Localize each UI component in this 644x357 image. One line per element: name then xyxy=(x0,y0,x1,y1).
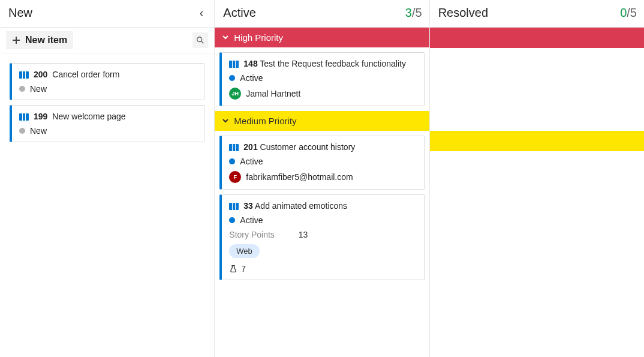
column-header-resolved: Resolved 0/5 xyxy=(430,0,644,28)
swimlane-high-resolved xyxy=(430,28,644,48)
work-item-title: Cancel order form xyxy=(52,70,119,79)
wip-count-active: 3/5 xyxy=(405,6,422,20)
state-dot-icon xyxy=(19,86,25,92)
story-points-field: Story Points 13 xyxy=(229,230,416,239)
work-item-card[interactable]: 33 Add animated emoticons Active Story P… xyxy=(219,194,424,280)
swimlane-medium-resolved xyxy=(430,131,644,151)
swimlane-header-medium[interactable] xyxy=(430,131,644,151)
work-item-type-icon xyxy=(19,71,29,79)
field-label: Story Points xyxy=(229,230,274,239)
work-item-title: Add animated emoticons xyxy=(255,201,347,211)
swimlane-header-high[interactable] xyxy=(430,28,644,48)
state-dot-icon xyxy=(19,128,25,134)
work-item-title: New welcome page xyxy=(52,112,125,121)
swimlane-medium: Medium Priority 201 Customer account his… xyxy=(215,111,429,285)
work-item-card[interactable]: 201 Customer account history Active F fa… xyxy=(219,136,424,190)
plus-icon xyxy=(12,36,20,44)
work-item-type-icon xyxy=(229,203,239,210)
tag-chip[interactable]: Web xyxy=(229,244,260,258)
column-header-active: Active 3/5 xyxy=(215,0,429,28)
swimlane-label: Medium Priority xyxy=(234,116,296,126)
work-item-id: 200 xyxy=(34,70,47,79)
avatar: F xyxy=(229,171,241,183)
work-item-state: Active xyxy=(240,215,263,225)
work-item-type-icon xyxy=(229,144,239,151)
new-item-label: New item xyxy=(25,35,67,46)
test-summary: 7 xyxy=(229,264,416,274)
work-item-id: 201 xyxy=(243,142,257,152)
avatar: JH xyxy=(229,88,241,100)
work-item-title: Customer account history xyxy=(260,142,356,152)
column-title-active: Active xyxy=(223,6,255,20)
field-value: 13 xyxy=(299,230,308,239)
search-icon xyxy=(196,36,204,44)
svg-point-0 xyxy=(197,37,202,42)
column-resolved: Resolved 0/5 xyxy=(430,0,644,357)
new-cards-area: 200 Cancel order form New 199 New welcom… xyxy=(0,53,214,152)
test-count: 7 xyxy=(241,264,246,274)
work-item-type-icon xyxy=(19,113,29,121)
state-dot-icon xyxy=(229,158,235,164)
chevron-down-icon xyxy=(222,32,229,43)
svg-line-1 xyxy=(201,41,204,44)
work-item-state: Active xyxy=(240,157,263,166)
search-button[interactable] xyxy=(192,32,208,48)
column-title-new: New xyxy=(8,6,32,20)
work-item-state: New xyxy=(30,126,47,136)
wip-count-resolved: 0/5 xyxy=(620,6,637,20)
assignee-name: fabrikamfiber5@hotmail.com xyxy=(246,172,353,182)
swimlane-label: High Priority xyxy=(234,32,283,43)
column-active: Active 3/5 High Priority 148 Test the Re… xyxy=(215,0,429,357)
work-item-id: 148 xyxy=(243,59,257,68)
column-header-new: New ‹ xyxy=(0,0,214,28)
work-item-id: 199 xyxy=(34,112,47,121)
column-new: New ‹ New item 200 Cancel order for xyxy=(0,0,215,357)
work-item-card[interactable]: 200 Cancel order form New xyxy=(10,63,204,100)
column-title-resolved: Resolved xyxy=(438,6,488,20)
new-column-toolbar: New item xyxy=(0,28,214,53)
work-item-type-icon xyxy=(229,61,239,68)
work-item-id: 33 xyxy=(243,201,253,211)
work-item-state: New xyxy=(30,84,47,94)
chevron-down-icon xyxy=(222,116,229,126)
kanban-board: New ‹ New item 200 Cancel order for xyxy=(0,0,644,357)
new-item-button[interactable]: New item xyxy=(6,31,73,49)
swimlane-header-high[interactable]: High Priority xyxy=(215,28,429,47)
work-item-card[interactable]: 199 New welcome page New xyxy=(10,105,204,142)
collapse-column-button[interactable]: ‹ xyxy=(196,6,207,20)
swimlane-high: High Priority 148 Test the Request feedb… xyxy=(215,28,429,111)
work-item-card[interactable]: 148 Test the Request feedback functional… xyxy=(219,52,424,106)
work-item-title: Test the Request feedback functionality xyxy=(260,59,406,68)
state-dot-icon xyxy=(229,217,235,223)
assignee-name: Jamal Hartnett xyxy=(246,89,300,98)
swimlane-header-medium[interactable]: Medium Priority xyxy=(215,111,429,131)
flask-icon xyxy=(229,265,237,273)
work-item-state: Active xyxy=(240,73,263,83)
state-dot-icon xyxy=(229,75,235,81)
